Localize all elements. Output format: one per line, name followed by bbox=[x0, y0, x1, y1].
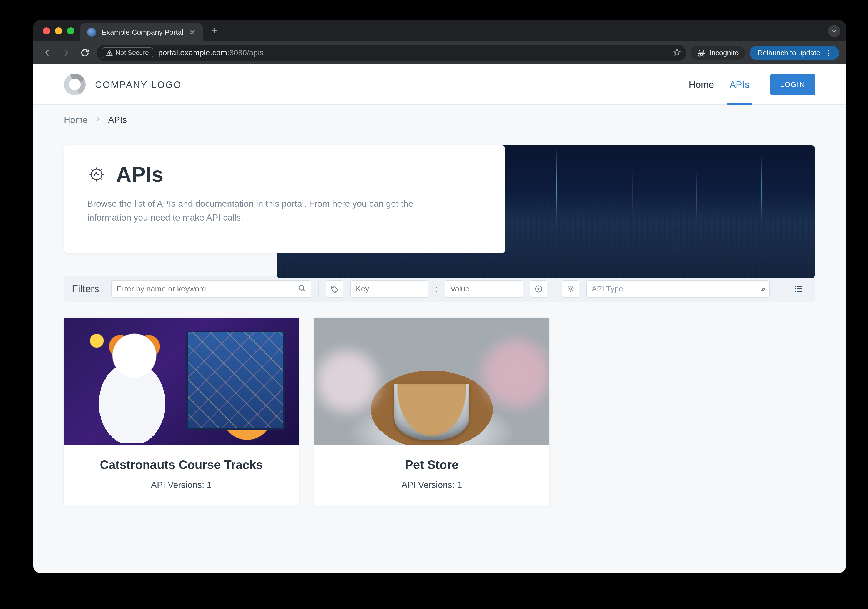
browser-toolbar: Not Secure portal.example.com:8080/apis … bbox=[33, 41, 846, 64]
api-card[interactable]: Pet Store API Versions: 1 bbox=[314, 318, 549, 506]
select-sort-icon: ▴▾ bbox=[761, 286, 764, 292]
tag-icon bbox=[326, 280, 343, 298]
divider bbox=[318, 281, 319, 297]
tab-close-icon[interactable]: ✕ bbox=[189, 28, 195, 37]
new-tab-button[interactable]: ＋ bbox=[203, 23, 220, 41]
forward-button bbox=[59, 45, 73, 60]
incognito-badge[interactable]: Incognito bbox=[691, 46, 746, 60]
card-image bbox=[64, 318, 299, 445]
window-close-icon[interactable] bbox=[43, 27, 50, 34]
not-secure-badge[interactable]: Not Secure bbox=[102, 47, 153, 58]
relaunch-button[interactable]: Relaunch to update ⋮ bbox=[750, 46, 839, 60]
api-card-grid: Catstronauts Course Tracks API Versions:… bbox=[33, 302, 846, 506]
site-header: COMPANY LOGO Home APIs LOGIN bbox=[33, 64, 846, 105]
card-title: Catstronauts Course Tracks bbox=[75, 457, 288, 472]
svg-point-0 bbox=[109, 54, 110, 55]
tab-favicon-icon bbox=[87, 28, 96, 37]
logo-text: COMPANY LOGO bbox=[95, 79, 181, 90]
url-text: portal.example.com:8080/apis bbox=[158, 48, 264, 57]
card-title: Pet Store bbox=[326, 457, 538, 472]
logo-icon bbox=[64, 74, 85, 95]
bookmark-star-icon[interactable] bbox=[673, 48, 681, 57]
settings-gear-icon bbox=[562, 280, 579, 298]
incognito-icon bbox=[697, 49, 705, 57]
card-image bbox=[314, 318, 549, 445]
primary-nav: Home APIs LOGIN bbox=[689, 64, 815, 104]
filter-key-input[interactable] bbox=[350, 280, 428, 298]
tab-strip: Example Company Portal ✕ ＋ bbox=[33, 20, 846, 41]
api-type-select[interactable]: API Type ▴▾ bbox=[586, 280, 770, 298]
warning-icon bbox=[106, 50, 113, 56]
breadcrumb: Home APIs bbox=[33, 105, 846, 134]
filter-search-input[interactable] bbox=[112, 280, 311, 298]
colon-separator: : bbox=[436, 284, 438, 294]
filters-label: Filters bbox=[72, 283, 99, 295]
filters-bar: Filters : bbox=[64, 276, 815, 302]
card-versions: API Versions: 1 bbox=[75, 480, 288, 490]
browser-window: Example Company Portal ✕ ＋ Not Secure po… bbox=[33, 20, 846, 573]
svg-point-3 bbox=[333, 287, 334, 288]
filter-value-field[interactable] bbox=[450, 284, 518, 294]
address-bar[interactable]: Not Secure portal.example.com:8080/apis bbox=[97, 45, 686, 61]
page-description: Browse the list of APIs and documentatio… bbox=[87, 197, 448, 224]
svg-point-1 bbox=[91, 169, 102, 179]
login-button[interactable]: LOGIN bbox=[770, 74, 815, 95]
browser-tab[interactable]: Example Company Portal ✕ bbox=[80, 23, 203, 41]
filter-value-input[interactable] bbox=[445, 280, 523, 298]
nav-apis[interactable]: APIs bbox=[729, 64, 749, 104]
add-filter-button[interactable] bbox=[530, 280, 547, 298]
api-gear-icon bbox=[87, 165, 106, 184]
page-viewport: COMPANY LOGO Home APIs LOGIN Home APIs bbox=[33, 64, 846, 573]
divider bbox=[555, 281, 555, 297]
breadcrumb-home[interactable]: Home bbox=[64, 115, 87, 125]
not-secure-label: Not Secure bbox=[116, 49, 149, 57]
window-minimize-icon[interactable] bbox=[55, 27, 62, 34]
relaunch-label: Relaunch to update bbox=[758, 49, 820, 57]
svg-point-5 bbox=[569, 288, 572, 290]
hero: APIs Browse the list of APIs and documen… bbox=[64, 145, 815, 253]
filter-search-field[interactable] bbox=[116, 284, 298, 294]
api-card[interactable]: Catstronauts Course Tracks API Versions:… bbox=[64, 318, 299, 506]
tab-overflow-button[interactable] bbox=[828, 25, 840, 37]
window-controls bbox=[39, 27, 80, 41]
incognito-label: Incognito bbox=[710, 49, 739, 57]
search-icon bbox=[298, 284, 306, 294]
breadcrumb-current: APIs bbox=[108, 115, 127, 125]
nav-home[interactable]: Home bbox=[689, 64, 714, 104]
chevron-right-icon bbox=[94, 115, 101, 125]
logo[interactable]: COMPANY LOGO bbox=[64, 74, 181, 95]
card-versions: API Versions: 1 bbox=[326, 480, 538, 490]
list-icon bbox=[794, 284, 804, 294]
back-button[interactable] bbox=[40, 45, 54, 60]
svg-point-2 bbox=[299, 285, 304, 291]
filter-key-field[interactable] bbox=[356, 284, 423, 294]
hero-card: APIs Browse the list of APIs and documen… bbox=[64, 145, 505, 253]
page-title: APIs bbox=[116, 162, 164, 186]
window-fullscreen-icon[interactable] bbox=[67, 27, 74, 34]
view-list-toggle[interactable] bbox=[790, 280, 807, 298]
reload-button[interactable] bbox=[78, 45, 92, 60]
api-type-select-label: API Type bbox=[592, 284, 623, 294]
tab-title: Example Company Portal bbox=[102, 28, 183, 37]
